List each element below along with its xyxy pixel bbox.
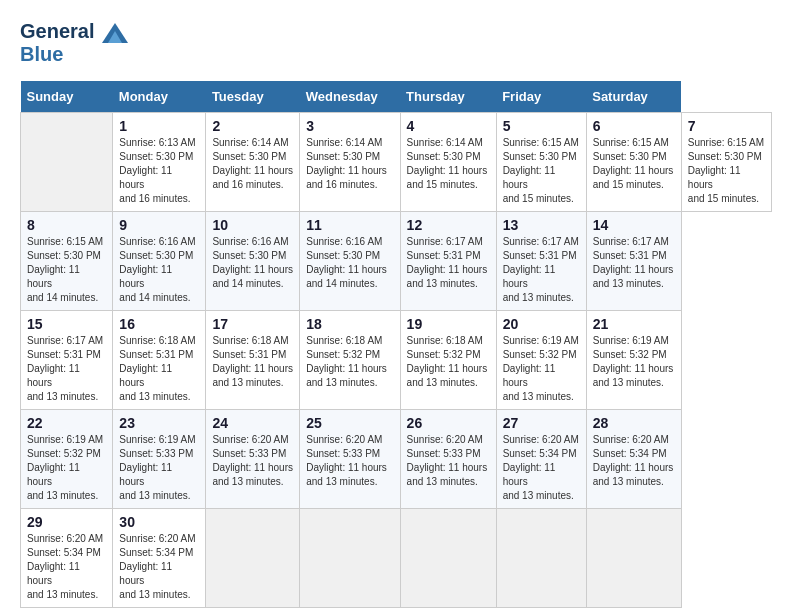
- day-number: 11: [306, 217, 393, 233]
- calendar-day-cell: 15Sunrise: 6:17 AM Sunset: 5:31 PM Dayli…: [21, 310, 113, 409]
- day-number: 22: [27, 415, 106, 431]
- day-number: 19: [407, 316, 490, 332]
- calendar-day-cell: 3Sunrise: 6:14 AM Sunset: 5:30 PM Daylig…: [300, 112, 400, 211]
- calendar-day-cell: 24Sunrise: 6:20 AM Sunset: 5:33 PM Dayli…: [206, 409, 300, 508]
- calendar-day-cell: 1Sunrise: 6:13 AM Sunset: 5:30 PM Daylig…: [113, 112, 206, 211]
- day-number: 15: [27, 316, 106, 332]
- day-number: 18: [306, 316, 393, 332]
- calendar-day-cell: 10Sunrise: 6:16 AM Sunset: 5:30 PM Dayli…: [206, 211, 300, 310]
- day-info: Sunrise: 6:17 AM Sunset: 5:31 PM Dayligh…: [27, 334, 106, 404]
- day-info: Sunrise: 6:20 AM Sunset: 5:33 PM Dayligh…: [306, 433, 393, 489]
- calendar-day-cell: 5Sunrise: 6:15 AM Sunset: 5:30 PM Daylig…: [496, 112, 586, 211]
- day-number: 6: [593, 118, 675, 134]
- weekday-header: Tuesday: [206, 81, 300, 113]
- day-info: Sunrise: 6:16 AM Sunset: 5:30 PM Dayligh…: [306, 235, 393, 291]
- day-info: Sunrise: 6:19 AM Sunset: 5:33 PM Dayligh…: [119, 433, 199, 503]
- calendar-day-cell: 19Sunrise: 6:18 AM Sunset: 5:32 PM Dayli…: [400, 310, 496, 409]
- calendar-day-cell: 25Sunrise: 6:20 AM Sunset: 5:33 PM Dayli…: [300, 409, 400, 508]
- day-number: 7: [688, 118, 765, 134]
- day-info: Sunrise: 6:20 AM Sunset: 5:34 PM Dayligh…: [593, 433, 675, 489]
- day-info: Sunrise: 6:20 AM Sunset: 5:33 PM Dayligh…: [212, 433, 293, 489]
- calendar-day-cell: 17Sunrise: 6:18 AM Sunset: 5:31 PM Dayli…: [206, 310, 300, 409]
- calendar-day-cell: 21Sunrise: 6:19 AM Sunset: 5:32 PM Dayli…: [586, 310, 681, 409]
- day-number: 13: [503, 217, 580, 233]
- day-info: Sunrise: 6:19 AM Sunset: 5:32 PM Dayligh…: [27, 433, 106, 503]
- calendar-day-cell: [300, 508, 400, 607]
- day-number: 10: [212, 217, 293, 233]
- day-info: Sunrise: 6:15 AM Sunset: 5:30 PM Dayligh…: [27, 235, 106, 305]
- calendar-day-cell: [586, 508, 681, 607]
- calendar-day-cell: 13Sunrise: 6:17 AM Sunset: 5:31 PM Dayli…: [496, 211, 586, 310]
- page-header: General Blue: [20, 20, 772, 65]
- day-info: Sunrise: 6:19 AM Sunset: 5:32 PM Dayligh…: [503, 334, 580, 404]
- day-number: 2: [212, 118, 293, 134]
- calendar-day-cell: 2Sunrise: 6:14 AM Sunset: 5:30 PM Daylig…: [206, 112, 300, 211]
- day-info: Sunrise: 6:15 AM Sunset: 5:30 PM Dayligh…: [503, 136, 580, 206]
- calendar-day-cell: 28Sunrise: 6:20 AM Sunset: 5:34 PM Dayli…: [586, 409, 681, 508]
- calendar-day-cell: 12Sunrise: 6:17 AM Sunset: 5:31 PM Dayli…: [400, 211, 496, 310]
- day-info: Sunrise: 6:15 AM Sunset: 5:30 PM Dayligh…: [688, 136, 765, 206]
- day-number: 14: [593, 217, 675, 233]
- calendar-week-row: 8Sunrise: 6:15 AM Sunset: 5:30 PM Daylig…: [21, 211, 772, 310]
- day-info: Sunrise: 6:17 AM Sunset: 5:31 PM Dayligh…: [407, 235, 490, 291]
- day-number: 21: [593, 316, 675, 332]
- weekday-header: Wednesday: [300, 81, 400, 113]
- day-number: 16: [119, 316, 199, 332]
- calendar-day-cell: 7Sunrise: 6:15 AM Sunset: 5:30 PM Daylig…: [681, 112, 771, 211]
- calendar-day-cell: 30Sunrise: 6:20 AM Sunset: 5:34 PM Dayli…: [113, 508, 206, 607]
- day-info: Sunrise: 6:14 AM Sunset: 5:30 PM Dayligh…: [212, 136, 293, 192]
- day-info: Sunrise: 6:16 AM Sunset: 5:30 PM Dayligh…: [212, 235, 293, 291]
- weekday-header: Monday: [113, 81, 206, 113]
- day-info: Sunrise: 6:20 AM Sunset: 5:34 PM Dayligh…: [503, 433, 580, 503]
- calendar-week-row: 29Sunrise: 6:20 AM Sunset: 5:34 PM Dayli…: [21, 508, 772, 607]
- calendar-day-cell: 9Sunrise: 6:16 AM Sunset: 5:30 PM Daylig…: [113, 211, 206, 310]
- calendar-day-cell: 11Sunrise: 6:16 AM Sunset: 5:30 PM Dayli…: [300, 211, 400, 310]
- day-info: Sunrise: 6:17 AM Sunset: 5:31 PM Dayligh…: [503, 235, 580, 305]
- day-info: Sunrise: 6:18 AM Sunset: 5:31 PM Dayligh…: [212, 334, 293, 390]
- day-info: Sunrise: 6:18 AM Sunset: 5:32 PM Dayligh…: [306, 334, 393, 390]
- day-info: Sunrise: 6:20 AM Sunset: 5:33 PM Dayligh…: [407, 433, 490, 489]
- calendar-day-cell: 23Sunrise: 6:19 AM Sunset: 5:33 PM Dayli…: [113, 409, 206, 508]
- calendar-day-cell: 29Sunrise: 6:20 AM Sunset: 5:34 PM Dayli…: [21, 508, 113, 607]
- day-info: Sunrise: 6:20 AM Sunset: 5:34 PM Dayligh…: [119, 532, 199, 602]
- calendar-day-cell: 27Sunrise: 6:20 AM Sunset: 5:34 PM Dayli…: [496, 409, 586, 508]
- calendar-week-row: 1Sunrise: 6:13 AM Sunset: 5:30 PM Daylig…: [21, 112, 772, 211]
- day-number: 26: [407, 415, 490, 431]
- day-number: 28: [593, 415, 675, 431]
- calendar-day-cell: [400, 508, 496, 607]
- day-number: 24: [212, 415, 293, 431]
- day-number: 4: [407, 118, 490, 134]
- logo-line1: General: [20, 20, 128, 43]
- weekday-header: Saturday: [586, 81, 681, 113]
- day-number: 29: [27, 514, 106, 530]
- day-info: Sunrise: 6:16 AM Sunset: 5:30 PM Dayligh…: [119, 235, 199, 305]
- calendar-week-row: 22Sunrise: 6:19 AM Sunset: 5:32 PM Dayli…: [21, 409, 772, 508]
- calendar-table: SundayMondayTuesdayWednesdayThursdayFrid…: [20, 81, 772, 608]
- day-number: 17: [212, 316, 293, 332]
- calendar-day-cell: 18Sunrise: 6:18 AM Sunset: 5:32 PM Dayli…: [300, 310, 400, 409]
- day-number: 8: [27, 217, 106, 233]
- day-info: Sunrise: 6:18 AM Sunset: 5:32 PM Dayligh…: [407, 334, 490, 390]
- day-number: 3: [306, 118, 393, 134]
- day-number: 12: [407, 217, 490, 233]
- logo-line2: Blue: [20, 43, 128, 65]
- calendar-day-cell: 16Sunrise: 6:18 AM Sunset: 5:31 PM Dayli…: [113, 310, 206, 409]
- day-info: Sunrise: 6:18 AM Sunset: 5:31 PM Dayligh…: [119, 334, 199, 404]
- day-number: 25: [306, 415, 393, 431]
- day-number: 30: [119, 514, 199, 530]
- day-number: 27: [503, 415, 580, 431]
- calendar-day-cell: 14Sunrise: 6:17 AM Sunset: 5:31 PM Dayli…: [586, 211, 681, 310]
- day-number: 9: [119, 217, 199, 233]
- calendar-day-cell: 22Sunrise: 6:19 AM Sunset: 5:32 PM Dayli…: [21, 409, 113, 508]
- calendar-body: 1Sunrise: 6:13 AM Sunset: 5:30 PM Daylig…: [21, 112, 772, 607]
- day-number: 1: [119, 118, 199, 134]
- day-info: Sunrise: 6:20 AM Sunset: 5:34 PM Dayligh…: [27, 532, 106, 602]
- calendar-week-row: 15Sunrise: 6:17 AM Sunset: 5:31 PM Dayli…: [21, 310, 772, 409]
- calendar-day-cell: 4Sunrise: 6:14 AM Sunset: 5:30 PM Daylig…: [400, 112, 496, 211]
- empty-cell: [21, 112, 113, 211]
- calendar-day-cell: [496, 508, 586, 607]
- day-number: 23: [119, 415, 199, 431]
- weekday-header: Thursday: [400, 81, 496, 113]
- day-info: Sunrise: 6:17 AM Sunset: 5:31 PM Dayligh…: [593, 235, 675, 291]
- day-info: Sunrise: 6:19 AM Sunset: 5:32 PM Dayligh…: [593, 334, 675, 390]
